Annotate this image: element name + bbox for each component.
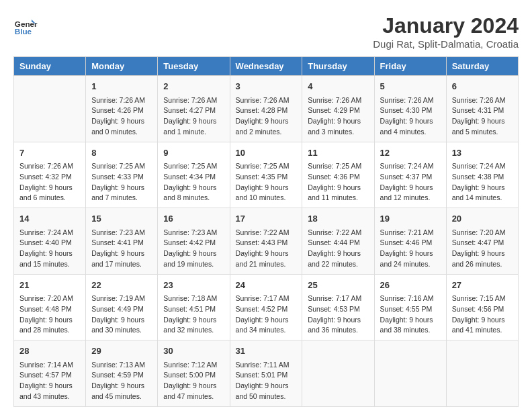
date-number: 24 xyxy=(236,279,297,292)
day-info: Sunrise: 7:19 AMSunset: 4:49 PMDaylight:… xyxy=(91,293,152,336)
week-row-3: 14Sunrise: 7:24 AMSunset: 4:40 PMDayligh… xyxy=(14,208,519,275)
date-number: 29 xyxy=(91,345,152,358)
day-info: Sunrise: 7:11 AMSunset: 5:01 PMDaylight:… xyxy=(236,360,297,402)
day-cell: 27Sunrise: 7:15 AMSunset: 4:56 PMDayligh… xyxy=(446,274,518,340)
date-number: 16 xyxy=(163,212,224,226)
date-number: 2 xyxy=(163,80,224,93)
day-cell: 8Sunrise: 7:25 AMSunset: 4:33 PMDaylight… xyxy=(86,142,158,208)
page-subtitle: Dugi Rat, Split-Dalmatia, Croatia xyxy=(373,38,519,50)
day-cell: 10Sunrise: 7:25 AMSunset: 4:35 PMDayligh… xyxy=(230,142,302,208)
week-row-2: 7Sunrise: 7:26 AMSunset: 4:32 PMDaylight… xyxy=(14,142,519,208)
day-cell xyxy=(446,340,518,407)
day-cell: 7Sunrise: 7:26 AMSunset: 4:32 PMDaylight… xyxy=(14,142,86,208)
date-number: 26 xyxy=(380,279,441,292)
date-number: 19 xyxy=(380,212,441,226)
day-info: Sunrise: 7:17 AMSunset: 4:52 PMDaylight:… xyxy=(236,293,297,336)
title-block: January 2024 Dugi Rat, Split-Dalmatia, C… xyxy=(373,13,519,50)
date-number: 3 xyxy=(236,80,297,93)
day-info: Sunrise: 7:16 AMSunset: 4:55 PMDaylight:… xyxy=(380,293,441,336)
date-number: 6 xyxy=(452,80,513,93)
date-number: 25 xyxy=(308,279,368,292)
day-info: Sunrise: 7:24 AMSunset: 4:37 PMDaylight:… xyxy=(380,161,441,203)
day-info: Sunrise: 7:26 AMSunset: 4:31 PMDaylight:… xyxy=(452,95,513,138)
day-info: Sunrise: 7:24 AMSunset: 4:38 PMDaylight:… xyxy=(452,161,513,203)
day-info: Sunrise: 7:25 AMSunset: 4:33 PMDaylight:… xyxy=(91,161,152,203)
day-cell xyxy=(374,340,446,407)
day-info: Sunrise: 7:23 AMSunset: 4:41 PMDaylight:… xyxy=(91,228,152,270)
date-number: 17 xyxy=(236,212,297,226)
day-cell: 2Sunrise: 7:26 AMSunset: 4:27 PMDaylight… xyxy=(158,76,230,142)
day-cell: 17Sunrise: 7:22 AMSunset: 4:43 PMDayligh… xyxy=(230,208,302,275)
day-info: Sunrise: 7:26 AMSunset: 4:26 PMDaylight:… xyxy=(91,95,152,138)
day-info: Sunrise: 7:13 AMSunset: 4:59 PMDaylight:… xyxy=(91,360,152,402)
day-cell: 13Sunrise: 7:24 AMSunset: 4:38 PMDayligh… xyxy=(446,142,518,208)
day-info: Sunrise: 7:25 AMSunset: 4:35 PMDaylight:… xyxy=(236,161,297,203)
day-info: Sunrise: 7:26 AMSunset: 4:32 PMDaylight:… xyxy=(19,161,80,203)
day-info: Sunrise: 7:26 AMSunset: 4:28 PMDaylight:… xyxy=(236,95,297,138)
date-number: 22 xyxy=(91,279,152,292)
day-cell: 6Sunrise: 7:26 AMSunset: 4:31 PMDaylight… xyxy=(446,76,518,142)
date-number: 4 xyxy=(308,80,368,93)
day-cell: 14Sunrise: 7:24 AMSunset: 4:40 PMDayligh… xyxy=(14,208,86,275)
day-cell: 5Sunrise: 7:26 AMSunset: 4:30 PMDaylight… xyxy=(374,76,446,142)
day-info: Sunrise: 7:17 AMSunset: 4:53 PMDaylight:… xyxy=(308,293,368,336)
day-cell: 23Sunrise: 7:18 AMSunset: 4:51 PMDayligh… xyxy=(158,274,230,340)
date-number: 1 xyxy=(91,80,152,93)
day-info: Sunrise: 7:20 AMSunset: 4:47 PMDaylight:… xyxy=(452,228,513,270)
date-number: 31 xyxy=(236,345,297,358)
day-cell xyxy=(14,76,86,142)
day-info: Sunrise: 7:26 AMSunset: 4:27 PMDaylight:… xyxy=(163,95,224,138)
day-cell: 1Sunrise: 7:26 AMSunset: 4:26 PMDaylight… xyxy=(86,76,158,142)
day-cell: 20Sunrise: 7:20 AMSunset: 4:47 PMDayligh… xyxy=(446,208,518,275)
header-cell-tuesday: Tuesday xyxy=(158,57,230,76)
logo-icon: General Blue xyxy=(13,13,38,38)
header-cell-thursday: Thursday xyxy=(302,57,374,76)
date-number: 28 xyxy=(19,345,80,358)
page-title: January 2024 xyxy=(373,13,519,38)
day-info: Sunrise: 7:22 AMSunset: 4:44 PMDaylight:… xyxy=(308,228,368,270)
day-info: Sunrise: 7:26 AMSunset: 4:30 PMDaylight:… xyxy=(380,95,441,138)
day-info: Sunrise: 7:26 AMSunset: 4:29 PMDaylight:… xyxy=(308,95,368,138)
day-info: Sunrise: 7:22 AMSunset: 4:43 PMDaylight:… xyxy=(236,228,297,270)
date-number: 20 xyxy=(452,212,513,226)
svg-text:Blue: Blue xyxy=(15,27,32,36)
header-cell-saturday: Saturday xyxy=(446,57,518,76)
day-info: Sunrise: 7:21 AMSunset: 4:46 PMDaylight:… xyxy=(380,228,441,270)
day-cell: 21Sunrise: 7:20 AMSunset: 4:48 PMDayligh… xyxy=(14,274,86,340)
calendar-table: SundayMondayTuesdayWednesdayThursdayFrid… xyxy=(13,56,519,407)
date-number: 12 xyxy=(380,146,441,160)
date-number: 30 xyxy=(163,345,224,358)
day-cell: 22Sunrise: 7:19 AMSunset: 4:49 PMDayligh… xyxy=(86,274,158,340)
day-cell: 19Sunrise: 7:21 AMSunset: 4:46 PMDayligh… xyxy=(374,208,446,275)
day-cell: 24Sunrise: 7:17 AMSunset: 4:52 PMDayligh… xyxy=(230,274,302,340)
header-row: SundayMondayTuesdayWednesdayThursdayFrid… xyxy=(14,57,519,76)
date-number: 7 xyxy=(19,146,80,160)
day-info: Sunrise: 7:24 AMSunset: 4:40 PMDaylight:… xyxy=(19,228,80,270)
date-number: 5 xyxy=(380,80,441,93)
header-cell-sunday: Sunday xyxy=(14,57,86,76)
day-info: Sunrise: 7:12 AMSunset: 5:00 PMDaylight:… xyxy=(163,360,224,402)
day-cell: 26Sunrise: 7:16 AMSunset: 4:55 PMDayligh… xyxy=(374,274,446,340)
day-info: Sunrise: 7:23 AMSunset: 4:42 PMDaylight:… xyxy=(163,228,224,270)
day-info: Sunrise: 7:15 AMSunset: 4:56 PMDaylight:… xyxy=(452,293,513,336)
day-cell: 3Sunrise: 7:26 AMSunset: 4:28 PMDaylight… xyxy=(230,76,302,142)
day-cell: 16Sunrise: 7:23 AMSunset: 4:42 PMDayligh… xyxy=(158,208,230,275)
date-number: 23 xyxy=(163,279,224,292)
week-row-1: 1Sunrise: 7:26 AMSunset: 4:26 PMDaylight… xyxy=(14,76,519,142)
day-info: Sunrise: 7:25 AMSunset: 4:36 PMDaylight:… xyxy=(308,161,368,203)
header-cell-wednesday: Wednesday xyxy=(230,57,302,76)
date-number: 14 xyxy=(19,212,80,226)
week-row-4: 21Sunrise: 7:20 AMSunset: 4:48 PMDayligh… xyxy=(14,274,519,340)
day-cell: 12Sunrise: 7:24 AMSunset: 4:37 PMDayligh… xyxy=(374,142,446,208)
day-info: Sunrise: 7:14 AMSunset: 4:57 PMDaylight:… xyxy=(19,360,80,402)
date-number: 11 xyxy=(308,146,368,160)
logo: General Blue xyxy=(13,13,38,38)
day-cell: 30Sunrise: 7:12 AMSunset: 5:00 PMDayligh… xyxy=(158,340,230,407)
day-cell: 9Sunrise: 7:25 AMSunset: 4:34 PMDaylight… xyxy=(158,142,230,208)
page-header: General Blue January 2024 Dugi Rat, Spli… xyxy=(13,13,519,50)
day-info: Sunrise: 7:25 AMSunset: 4:34 PMDaylight:… xyxy=(163,161,224,203)
date-number: 10 xyxy=(236,146,297,160)
date-number: 13 xyxy=(452,146,513,160)
day-cell: 11Sunrise: 7:25 AMSunset: 4:36 PMDayligh… xyxy=(302,142,374,208)
date-number: 18 xyxy=(308,212,368,226)
